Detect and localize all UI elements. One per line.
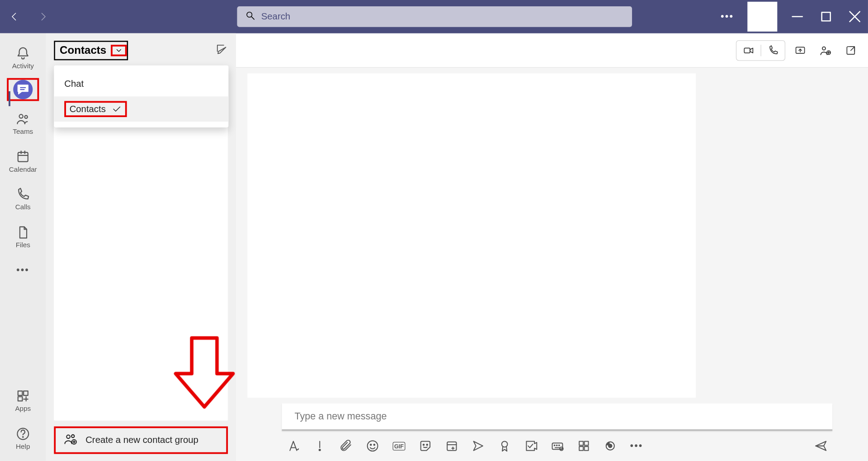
keyboard-icon[interactable] (551, 439, 564, 452)
search-icon (245, 10, 255, 23)
compose-more-icon[interactable]: ••• (630, 439, 643, 452)
filter-chip[interactable]: Contacts (54, 41, 128, 60)
svg-point-38 (374, 444, 375, 446)
emoji-icon[interactable] (366, 439, 379, 452)
svg-point-37 (370, 444, 372, 446)
svg-point-40 (426, 444, 428, 446)
filter-dropdown: Chat Contacts (54, 66, 228, 127)
priority-icon[interactable] (313, 439, 326, 452)
svg-point-50 (559, 445, 560, 446)
nav-forward-button[interactable] (34, 8, 52, 25)
svg-point-0 (247, 12, 252, 17)
svg-line-1 (251, 17, 254, 19)
main-area: GIF ••• (236, 33, 868, 461)
stream-icon[interactable] (472, 439, 485, 452)
svg-point-27 (822, 47, 826, 50)
rail-calendar[interactable]: Calendar (0, 142, 46, 180)
svg-rect-41 (447, 442, 456, 451)
rail-activity[interactable]: Activity (0, 39, 46, 77)
schedule-icon[interactable] (445, 439, 458, 452)
create-contact-group-button[interactable]: Create a new contact group (54, 426, 228, 454)
rail-label: Calendar (9, 165, 37, 174)
svg-rect-55 (579, 447, 583, 451)
gif-icon[interactable]: GIF (392, 439, 406, 452)
rail-label: Help (16, 442, 30, 451)
svg-rect-47 (552, 443, 563, 449)
composer: GIF ••• (282, 404, 832, 461)
svg-rect-14 (18, 391, 23, 395)
list-header: Contacts (46, 33, 236, 68)
window-maximize-button[interactable] (817, 8, 835, 25)
create-contact-group-label: Create a new contact group (85, 435, 198, 446)
titlebar-more-button[interactable]: ••• (719, 8, 736, 25)
send-button[interactable] (814, 439, 828, 452)
attach-icon[interactable] (339, 439, 353, 452)
dropdown-item-chat[interactable]: Chat (54, 71, 228, 96)
svg-rect-10 (18, 152, 28, 162)
window-close-button[interactable] (846, 8, 863, 25)
filter-dropdown-button[interactable] (111, 45, 127, 56)
praise-icon[interactable] (498, 439, 511, 452)
avatar[interactable] (747, 2, 777, 32)
svg-rect-16 (18, 397, 23, 401)
list-body (54, 94, 228, 421)
rail-label: Apps (15, 405, 31, 413)
rail-apps[interactable]: Apps (0, 381, 46, 419)
app-icon[interactable] (577, 439, 590, 452)
svg-point-36 (368, 441, 378, 451)
rail-label: Teams (13, 127, 33, 136)
rail-label: Files (16, 241, 30, 249)
nav-back-button[interactable] (6, 8, 23, 25)
svg-marker-45 (474, 441, 483, 450)
add-people-button[interactable] (815, 40, 836, 61)
svg-rect-56 (585, 447, 589, 451)
audio-call-button[interactable] (760, 44, 784, 56)
svg-point-8 (19, 114, 23, 118)
search-input[interactable] (261, 11, 624, 22)
rail-label: Activity (12, 62, 34, 70)
video-call-button[interactable] (736, 44, 760, 56)
svg-rect-24 (744, 48, 750, 53)
rail-calls[interactable]: Calls (0, 180, 46, 218)
format-icon[interactable] (287, 439, 300, 452)
rail-chat[interactable] (7, 78, 39, 101)
search-box[interactable] (237, 6, 632, 27)
screen-share-button[interactable] (790, 40, 811, 61)
sticker-icon[interactable] (419, 439, 432, 452)
app-rail: Activity Teams Calendar Calls (0, 33, 46, 461)
svg-point-18 (23, 437, 24, 437)
dropdown-item-label: Chat (64, 79, 84, 89)
annotation-arrow-icon (172, 336, 236, 413)
rail-label: Calls (15, 203, 31, 212)
rail-more-button[interactable]: ••• (0, 256, 46, 284)
approvals-icon[interactable] (524, 439, 538, 452)
main-header (236, 33, 868, 68)
new-chat-button[interactable] (215, 43, 228, 58)
dropdown-item-contacts[interactable]: Contacts (54, 96, 228, 122)
svg-line-32 (851, 47, 854, 50)
svg-point-20 (71, 435, 74, 437)
rail-files[interactable]: Files (0, 218, 46, 256)
conversation-area: GIF ••• (236, 68, 868, 461)
filter-label: Contacts (55, 42, 111, 59)
loop-icon[interactable] (604, 439, 617, 452)
people-add-icon (64, 432, 77, 448)
popup-button[interactable] (840, 40, 861, 61)
svg-point-35 (319, 449, 321, 451)
call-pill (736, 40, 785, 61)
window-minimize-button[interactable] (789, 8, 806, 25)
rail-teams[interactable]: Teams (0, 104, 46, 142)
dropdown-item-label: Contacts (70, 104, 106, 114)
rail-help[interactable]: Help (0, 419, 46, 457)
svg-point-19 (66, 435, 70, 439)
title-bar: ••• (0, 0, 868, 33)
svg-point-9 (25, 116, 28, 118)
svg-rect-15 (24, 391, 28, 395)
svg-point-48 (554, 445, 555, 446)
svg-point-49 (557, 445, 557, 446)
svg-rect-54 (585, 441, 589, 445)
message-input[interactable] (282, 404, 832, 431)
check-icon (112, 104, 122, 114)
svg-point-39 (423, 444, 425, 446)
svg-rect-3 (822, 12, 830, 21)
